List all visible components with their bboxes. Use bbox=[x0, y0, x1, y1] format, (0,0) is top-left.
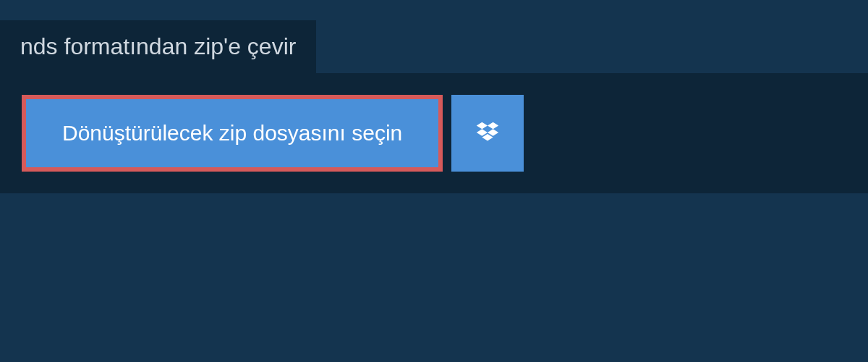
tab-bar: nds formatından zip'e çevir bbox=[0, 20, 868, 73]
select-file-button[interactable]: Dönüştürülecek zip dosyasını seçin bbox=[22, 95, 443, 172]
tab-label: nds formatından zip'e çevir bbox=[20, 33, 296, 59]
button-row: Dönüştürülecek zip dosyasını seçin bbox=[22, 95, 868, 172]
tab-convert[interactable]: nds formatından zip'e çevir bbox=[0, 20, 316, 73]
select-file-label: Dönüştürülecek zip dosyasını seçin bbox=[62, 121, 402, 146]
dropbox-button[interactable] bbox=[451, 95, 524, 172]
main-panel: Dönüştürülecek zip dosyasını seçin bbox=[0, 73, 868, 193]
dropbox-icon bbox=[474, 119, 501, 147]
